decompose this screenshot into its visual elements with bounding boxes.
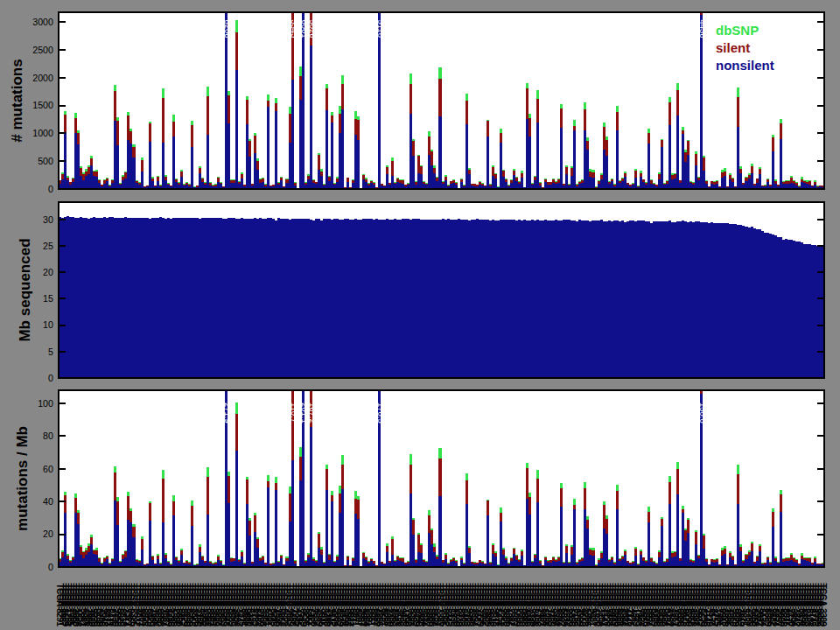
svg-text:0: 0 [48,184,53,194]
svg-text:2000: 2000 [32,73,53,83]
svg-text:3000: 3000 [32,17,53,27]
svg-text:1000: 1000 [32,128,53,138]
svg-text:80: 80 [43,430,53,441]
svg-text:nonsilent: nonsilent [716,58,774,73]
svg-text:TCGA-3309: TCGA-3309 [818,584,828,627]
svg-text:167.2: 167.2 [308,402,318,424]
svg-text:silent: silent [716,40,750,55]
svg-text:# mutations: # mutations [9,59,25,142]
svg-text:500: 500 [38,156,53,166]
svg-text:25: 25 [43,241,53,251]
svg-text:2500: 2500 [32,45,53,55]
svg-text:10: 10 [43,319,53,330]
svg-text:60: 60 [43,464,53,474]
svg-text:30: 30 [43,214,53,225]
svg-text:mutations / Mb: mutations / Mb [14,426,31,531]
svg-text:150.0: 150.0 [698,402,708,424]
svg-text:100: 100 [38,398,53,409]
svg-text:271.9: 271.9 [223,402,233,424]
svg-text:8206: 8206 [223,20,233,38]
svg-text:40: 40 [43,496,53,507]
svg-text:20: 20 [43,528,53,539]
svg-text:170.5: 170.5 [376,402,386,424]
svg-text:Mb sequenced: Mb sequenced [17,238,33,341]
svg-text:3343: 3343 [290,20,299,38]
svg-text:5026: 5026 [308,20,318,38]
svg-text:0: 0 [48,373,53,383]
svg-text:110.7: 110.7 [290,402,299,423]
svg-text:1500: 1500 [32,100,53,110]
svg-text:20: 20 [43,267,53,277]
svg-text:5: 5 [48,346,53,357]
svg-text:5118: 5118 [376,20,386,38]
svg-text:15: 15 [43,293,53,304]
svg-text:dbSNP: dbSNP [716,23,759,38]
svg-text:4436: 4436 [698,20,708,38]
svg-text:0: 0 [48,562,53,572]
